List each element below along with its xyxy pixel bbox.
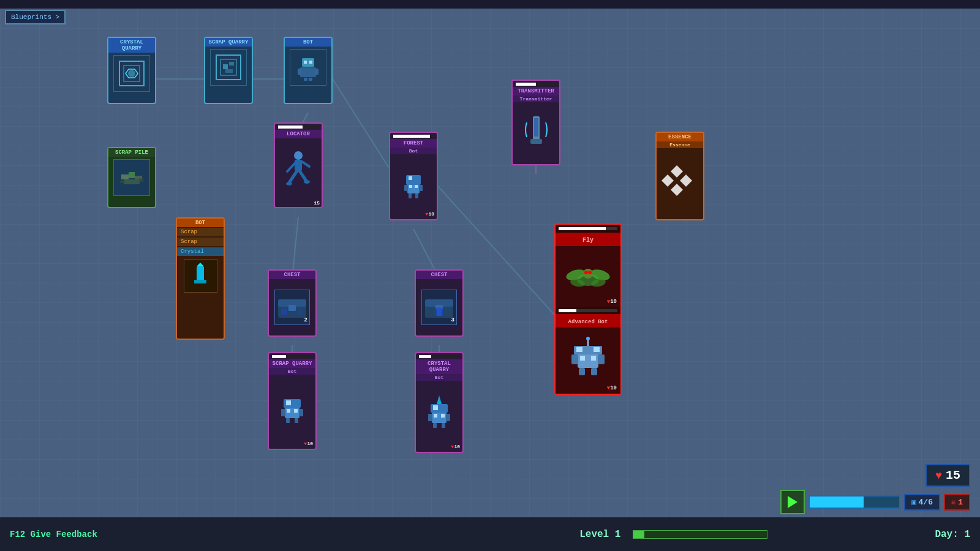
card-scrap-quarry[interactable]: Scrap Quarry [204,37,253,104]
svg-marker-58 [662,174,674,187]
card-transmitter[interactable]: Transmitter Transmitter [511,80,560,165]
svg-rect-55 [530,139,542,144]
cqbot-image: ♥10 [416,381,462,452]
svg-rect-75 [286,418,290,423]
svg-rect-23 [298,69,301,75]
forest-bot-badge: ♥10 [426,211,434,217]
card-crystal-quarry[interactable]: Crystal Quarry [107,37,156,104]
svg-rect-87 [433,405,438,410]
svg-marker-57 [671,184,683,196]
svg-rect-25 [304,78,307,81]
scrap-pile-image [113,159,150,196]
svg-rect-106 [594,347,600,352]
heart-icon: ♥ [935,470,942,482]
play-button[interactable] [780,490,805,514]
svg-marker-88 [437,395,442,404]
svg-rect-46 [415,185,418,188]
svg-rect-21 [309,61,312,64]
level-bar-container [633,530,767,539]
sqbot-title1: Scrap Quarry [269,359,315,368]
scrap-pile-title: Scrap Pile [108,148,155,157]
cqbot-health-bar [419,355,431,358]
essence-title1: Essence [657,133,703,141]
hp-display: ♥ 15 [925,464,970,487]
svg-rect-103 [591,368,597,375]
svg-rect-24 [315,69,318,75]
skull-icon: ☠ [951,498,956,507]
scrap-quarry-image [210,49,247,86]
svg-rect-80 [434,414,437,418]
card-locator[interactable]: Locator 15 [274,122,323,208]
top-bar [0,0,980,9]
sqbot-badge: 10 [307,441,313,446]
level-bar [633,531,644,538]
chest-left-title: Chest [269,271,315,279]
resource-crystal: Crystal [177,247,224,256]
crystal-quarry-title: Crystal Quarry [108,38,155,53]
card-forest-bot[interactable]: Forest Bot ♥10 [389,132,438,220]
fly-title: Fly [582,237,594,244]
svg-rect-85 [442,423,445,428]
bot-midleft-title: Bot [177,219,224,227]
sqbot-health-bar [272,355,286,358]
svg-rect-84 [433,423,437,428]
forest-bot-badge-val: 10 [428,211,434,217]
blueprints-button[interactable]: Blueprints > [5,10,66,24]
locator-health-bar [278,126,303,129]
svg-rect-73 [281,409,285,416]
chest-right-title: Chest [416,271,462,279]
svg-rect-69 [437,307,442,316]
level-label: Level 1 [579,529,620,540]
svg-rect-72 [294,409,298,413]
svg-point-108 [586,337,590,340]
svg-rect-81 [441,414,445,418]
chest-left-badge: 2 [304,317,307,323]
svg-rect-27 [121,174,129,179]
locator-image: 15 [275,138,322,207]
svg-rect-20 [304,61,307,64]
svg-rect-98 [580,356,585,361]
svg-marker-59 [680,174,692,187]
forest-bot-title1: Forest [390,139,437,148]
svg-line-41 [302,162,309,167]
locator-title: Locator [275,130,322,138]
card-scrap-pile[interactable]: Scrap Pile [107,147,156,208]
card-essence[interactable]: Essence Essence [655,132,704,220]
svg-point-42 [286,182,292,186]
card-bot-top[interactable]: Bot [284,37,333,104]
resource-scrap2: Scrap [177,238,224,246]
inventory-icon: ▣ [911,498,916,507]
card-chest-left[interactable]: Chest 2 [268,269,317,337]
advanced-bot-badge: 10 [610,385,617,391]
energy-bar [809,495,900,509]
svg-rect-16 [223,64,228,69]
svg-rect-35 [194,280,206,283]
card-cqbot-right[interactable]: Crystal Quarry Bot ♥10 [415,352,464,453]
svg-rect-15 [221,59,236,75]
chest-left-image: 2 [269,279,315,335]
card-fly-advanced[interactable]: Fly ♥10 Advanced Bot [554,223,622,395]
locator-badge: 15 [314,200,320,206]
bot-midleft-image [184,259,217,293]
card-chest-right[interactable]: Chest 3 [415,269,464,337]
svg-line-39 [300,171,306,180]
svg-rect-22 [300,67,316,77]
forest-bot-health-bar [393,135,430,138]
svg-point-95 [584,271,588,274]
inventory-value: 4/6 [919,498,933,507]
svg-rect-62 [288,305,296,311]
svg-rect-45 [409,185,412,188]
transmitter-title1: Transmitter [513,87,559,96]
card-bot-midleft[interactable]: Bot Scrap Scrap Crystal [176,217,225,340]
day-label: Day: 1 [935,529,970,540]
cqbot-badge: 10 [454,444,460,449]
essence-image [657,148,703,219]
svg-point-94 [583,269,593,279]
skull-value: 1 [958,498,963,507]
action-row: ▣ 4/6 ☠ 1 [780,490,970,514]
svg-rect-99 [591,356,596,361]
svg-rect-52 [409,176,412,180]
svg-rect-48 [419,185,423,191]
svg-rect-76 [295,418,298,423]
card-sqbot-left[interactable]: Scrap Quarry Bot ♥10 [268,352,317,450]
